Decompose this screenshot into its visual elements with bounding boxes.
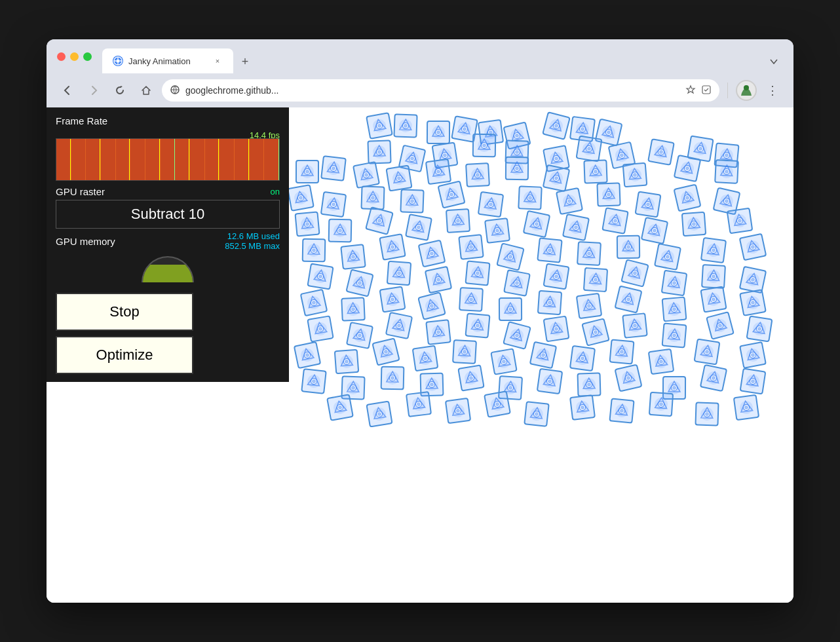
chrome-logo-icon xyxy=(543,164,571,193)
frame-bar xyxy=(264,139,279,180)
chrome-logo-icon xyxy=(577,372,601,396)
tab-dropdown-button[interactable] xyxy=(765,52,783,71)
frame-bar xyxy=(116,139,131,180)
chrome-logo-icon xyxy=(739,341,767,369)
chrome-logo-icon xyxy=(622,312,648,339)
frame-bar xyxy=(130,139,145,180)
svg-point-86 xyxy=(515,166,519,170)
chrome-logo-icon xyxy=(661,270,688,297)
chrome-logo-icon xyxy=(393,113,417,138)
chrome-logo-icon xyxy=(674,155,702,183)
chrome-logo-icon xyxy=(387,261,412,286)
chrome-logo-icon xyxy=(417,239,446,267)
chrome-logo-icon xyxy=(503,269,531,297)
extension-icon[interactable] xyxy=(701,85,712,97)
chrome-logo-icon xyxy=(529,341,558,369)
svg-point-383 xyxy=(672,386,676,390)
chrome-logo-icon xyxy=(412,345,439,372)
chrome-logo-icon xyxy=(459,287,484,312)
chrome-logo-icon xyxy=(328,219,353,243)
chrome-logo-icon xyxy=(620,259,649,288)
chrome-logo-icon xyxy=(695,402,719,426)
chrome-logo-icon xyxy=(425,319,451,345)
stop-button[interactable]: Stop xyxy=(56,293,193,331)
chrome-logo-icon xyxy=(379,286,406,312)
gpu-raster-status: on xyxy=(271,187,280,197)
chrome-logo-icon xyxy=(427,121,450,144)
chrome-logo-icon xyxy=(569,394,596,421)
bookmark-icon[interactable] xyxy=(685,85,696,97)
chrome-logo-icon xyxy=(465,260,490,286)
gpu-memory-values: 12.6 MB used 852.5 MB max xyxy=(225,231,280,251)
chrome-logo-icon xyxy=(340,244,366,270)
chrome-logo-icon xyxy=(379,233,406,261)
new-tab-button[interactable]: + xyxy=(236,52,254,71)
chrome-logo-icon xyxy=(287,184,315,212)
tab-favicon xyxy=(113,56,123,66)
chrome-logo-icon xyxy=(425,266,453,294)
address-bar[interactable]: googlechrome.github... xyxy=(162,79,719,102)
chrome-logo-icon xyxy=(647,138,675,166)
tab-close-button[interactable]: × xyxy=(212,56,223,66)
back-button[interactable] xyxy=(57,80,78,101)
chrome-logo-icon xyxy=(583,267,608,292)
optimize-button[interactable]: Optimize xyxy=(56,336,193,374)
chrome-logo-icon xyxy=(490,348,518,375)
chrome-logo-icon xyxy=(617,235,640,259)
chrome-logo-icon xyxy=(445,398,471,424)
chrome-logo-icon xyxy=(437,180,465,208)
reload-button[interactable] xyxy=(109,80,130,101)
menu-button[interactable]: ⋮ xyxy=(762,80,783,101)
chrome-logo-icon xyxy=(537,237,563,263)
chrome-logo-icon xyxy=(614,285,642,313)
chrome-logo-icon xyxy=(301,368,327,394)
chrome-logo-icon xyxy=(484,390,511,418)
chrome-logo-icon xyxy=(307,315,334,343)
chrome-logo-icon xyxy=(569,345,596,371)
maximize-button[interactable] xyxy=(83,52,92,61)
chrome-logo-icon xyxy=(583,159,607,183)
chrome-logo-icon xyxy=(706,311,735,340)
tab-bar: Janky Animation × + xyxy=(102,39,783,73)
memory-gauge xyxy=(142,256,194,282)
chrome-logo-icon xyxy=(320,155,347,181)
chrome-logo-icon xyxy=(341,297,366,322)
chrome-logo-icon xyxy=(596,182,620,206)
chrome-logo-icon xyxy=(739,233,767,261)
chrome-logo-icon xyxy=(609,339,634,364)
chrome-logo-icon xyxy=(739,289,767,316)
chrome-logo-icon xyxy=(614,364,642,392)
chrome-logo-icon xyxy=(367,140,391,164)
chrome-logo-icon xyxy=(662,297,687,322)
frame-rate-bars xyxy=(56,138,280,181)
frame-bar xyxy=(71,139,86,180)
chrome-logo-icon xyxy=(556,187,583,215)
chrome-logo-icon xyxy=(700,237,727,263)
chrome-logo-icon xyxy=(484,217,510,244)
chrome-logo-icon xyxy=(537,290,562,315)
svg-point-5 xyxy=(744,85,749,90)
close-button[interactable] xyxy=(57,52,66,61)
chrome-logo-icon xyxy=(654,243,681,271)
gpu-mem-max: 852.5 MB max xyxy=(225,241,280,251)
chrome-logo-icon xyxy=(634,191,661,217)
chrome-logo-icon xyxy=(417,292,446,320)
frame-bar xyxy=(86,139,101,180)
frame-bar xyxy=(175,139,190,180)
profile-button[interactable] xyxy=(736,80,757,101)
chrome-logo-icon xyxy=(700,286,727,312)
chrome-logo-icon xyxy=(472,134,496,157)
chrome-logo-icon xyxy=(296,160,319,183)
forward-button[interactable] xyxy=(83,80,104,101)
svg-rect-3 xyxy=(702,86,710,94)
minimize-button[interactable] xyxy=(70,52,79,61)
chrome-logo-icon xyxy=(673,183,701,212)
performance-overlay: Frame Rate 14.4 fps xyxy=(47,107,289,382)
active-tab[interactable]: Janky Animation × xyxy=(102,48,233,73)
chrome-logo-icon xyxy=(505,157,529,180)
chrome-logo-icon xyxy=(446,208,470,233)
chrome-logo-icon xyxy=(406,391,432,417)
home-button[interactable] xyxy=(136,80,157,101)
chrome-logo-icon xyxy=(733,394,760,421)
chrome-logo-icon xyxy=(334,349,360,375)
